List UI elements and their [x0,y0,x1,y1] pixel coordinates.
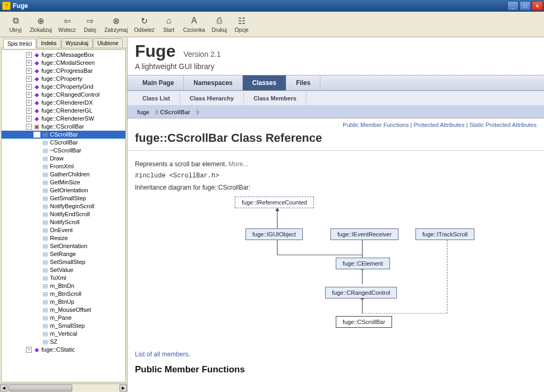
tree-node[interactable]: ▤ToXml [2,274,125,282]
tree-node[interactable]: ▤CScrollBar [2,131,125,139]
tree-node[interactable]: +◆fuge::CRendererDX [2,99,125,107]
tree-node[interactable]: ▤GatherChildren [2,171,125,178]
nav-tab[interactable]: Classes [243,75,286,90]
tree-node[interactable]: ▤SetSmallStep [2,258,125,266]
toolbar-zlokalizuj[interactable]: ⊕Zlokalizuj [27,14,55,34]
toolbar-label: Zlokalizuj [30,27,52,33]
tree-node[interactable]: +◆fuge::CStatic [2,346,125,354]
tree-hscroll[interactable]: ◀ ▶ [0,384,127,392]
book-icon: ◆ [33,76,40,82]
tree-node[interactable]: ▤FromXml [2,163,125,171]
tree-node[interactable]: −▣fuge::CScrollBar [2,123,125,131]
diagram-node-evt[interactable]: fuge::IEventReceiver [330,228,398,240]
subnav-item[interactable]: Class Hierarchy [180,92,244,105]
expand-icon[interactable]: + [26,60,32,66]
side-tab[interactable]: Indeks [37,38,61,48]
expand-icon[interactable]: + [26,52,32,58]
expand-icon[interactable]: + [26,92,32,98]
tree-node[interactable]: ▤m_BtnDn [2,282,125,290]
tree-node[interactable]: ▤GetSmallStep [2,194,125,202]
tree-node[interactable]: +◆fuge::CModalScreen [2,59,125,67]
tree-node[interactable]: ▤GetOrientation [2,186,125,194]
tree-node[interactable]: ▤m_Vertical [2,330,125,338]
expand-icon[interactable]: + [26,84,32,90]
scroll-left-arrow[interactable]: ◀ [0,385,7,391]
tree-node[interactable]: ▤NotifyBeginScroll [2,202,125,210]
all-members-link[interactable]: List of all members. [128,348,544,360]
scroll-thumb[interactable] [8,385,72,391]
toolbar-label: Czcionka [183,27,205,33]
tree-node[interactable]: ▤SetValue [2,266,125,274]
more-link[interactable]: More... [228,160,248,168]
tree-node[interactable]: ▤m_MouseOffset [2,306,125,314]
page-title: fuge::CScrollBar Class Reference [128,129,544,151]
minimize-button[interactable]: _ [507,1,518,11]
tree-node[interactable]: ▤NotifyScroll [2,218,125,226]
diagram-node-trk[interactable]: fuge::ITrackScroll [415,228,474,240]
diagram-node-gui[interactable]: fuge::IGUIObject [245,228,303,240]
tree-node[interactable]: +◆fuge::CProperty [2,75,125,83]
diagram-node-ref[interactable]: fuge::IReferenceCounted [235,197,314,208]
expand-icon[interactable]: + [26,116,32,122]
toolbar-ukryj[interactable]: ⧉Ukryj [4,14,27,34]
nav-tab[interactable]: Files [286,75,320,90]
tree-node[interactable]: ▤Resize [2,234,125,242]
toolbar-czcionka[interactable]: ACzcionka [180,14,208,34]
expand-icon[interactable]: + [26,68,32,74]
page-icon: ▤ [41,339,49,345]
tree-node[interactable]: +◆fuge::CRendererSW [2,115,125,123]
quick-link[interactable]: Public Member Functions [343,122,409,128]
quick-link[interactable]: Static Protected Attributes [469,122,537,128]
toolbar-drukuj[interactable]: ⎙Drukuj [208,14,231,34]
tree-node[interactable]: ▤m_SmallStep [2,322,125,330]
nav-tab[interactable]: Main Page [133,75,184,90]
toolbar-dalej[interactable]: ⇨Dalej [79,14,101,34]
include-line: #include <ScrollBar.h> [128,170,544,182]
tree-node[interactable]: ▤SZ [2,338,125,346]
tree-node[interactable]: +◆fuge::CMessageBox [2,51,125,59]
expand-icon[interactable]: + [26,100,32,106]
tree-node[interactable]: +◆fuge::CRendererGL [2,107,125,115]
subnav-item[interactable]: Class List [133,92,180,105]
side-tab[interactable]: Ulubione [93,38,122,48]
breadcrumb-item[interactable]: CScrollBar [156,108,197,116]
expand-icon[interactable]: + [26,347,32,353]
tree-node[interactable]: ▤m_BtnUp [2,298,125,306]
toolbar-opcje[interactable]: ☷Opcje [231,14,253,34]
toolbar-zatrzymaj[interactable]: ⊗Zatrzymaj [101,14,131,34]
breadcrumb-item[interactable]: fuge [133,108,156,116]
toolbar-odśwież[interactable]: ↻Odśwież [131,14,157,34]
tree-node[interactable]: ▤~CScrollBar [2,147,125,155]
tree-node[interactable]: ▤OnEvent [2,226,125,234]
maximize-button[interactable]: □ [520,1,531,11]
side-tab[interactable]: Wyszukaj [62,38,93,48]
tree-node[interactable]: +◆fuge::CPropertyGrid [2,83,125,91]
quick-link[interactable]: Protected Attributes [413,122,464,128]
diagram-node-rng[interactable]: fuge::CRangedControl [325,287,397,299]
tree-node[interactable]: ▤m_Pane [2,314,125,322]
tree-node[interactable]: ▤SetRange [2,250,125,258]
expand-spacer [33,140,40,146]
tree-node[interactable]: ▤NotifyEndScroll [2,210,125,218]
tree-node[interactable]: ▤GetMinSize [2,178,125,186]
diagram-node-elem[interactable]: fuge::CElement [336,258,390,269]
subnav-item[interactable]: Class Members [244,92,307,105]
page-icon: ▤ [41,259,49,266]
tree-node[interactable]: +◆fuge::CProgressBar [2,67,125,75]
close-button[interactable]: × [532,1,543,11]
toc-tree[interactable]: +◆fuge::CMessageBox+◆fuge::CModalScreen+… [1,49,126,382]
tree-node[interactable]: ▤Draw [2,155,125,163]
expand-icon[interactable]: + [26,108,32,114]
nav-tab[interactable]: Namespaces [184,75,242,90]
toolbar-start[interactable]: ⌂Start [158,14,180,34]
tree-node[interactable]: ▤SetOrientation [2,242,125,250]
side-tab[interactable]: Spis treści [3,39,36,48]
toolbar-wstecz[interactable]: ⇦Wstecz [55,14,79,34]
tree-node[interactable]: ▤CScrollBar [2,139,125,147]
tree-label: m_MouseOffset [50,306,91,314]
scroll-right-arrow[interactable]: ▶ [120,385,127,391]
tree-node[interactable]: ▤m_BtnScroll [2,290,125,298]
tree-node[interactable]: +◆fuge::CRangedControl [2,91,125,99]
expand-icon[interactable]: − [26,124,32,130]
expand-icon[interactable]: + [26,76,32,82]
